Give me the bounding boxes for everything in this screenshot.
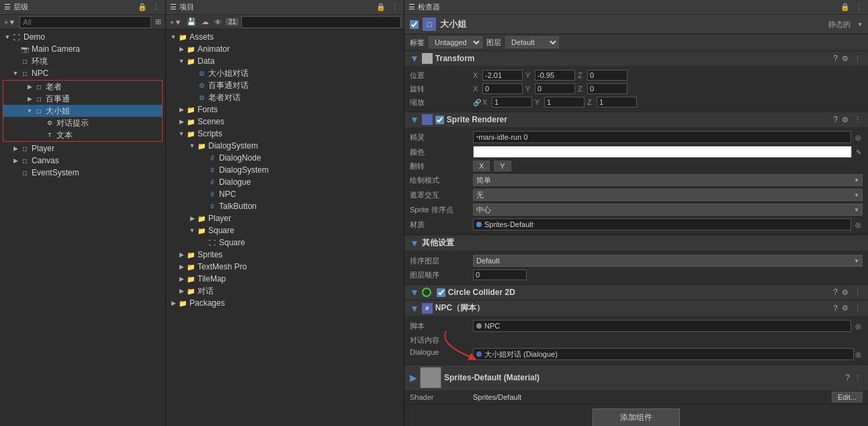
proj-item-fonts[interactable]: ▶ 📁 Fonts (166, 103, 404, 116)
tree-item-demo[interactable]: ▼ ⛶ Demo (0, 31, 165, 43)
proj-item-packages[interactable]: ▶ 📁 Packages (166, 297, 404, 309)
sprite-renderer-checkbox[interactable] (435, 116, 444, 124)
npc-header[interactable]: ▼ # NPC（脚本） ? ⚙ ⋮ (404, 300, 868, 316)
scale-x-input[interactable] (492, 97, 532, 108)
shader-edit-btn[interactable]: Edit... (832, 392, 863, 402)
proj-item-dxj-dialog[interactable]: ⚙ 大小姐对话 (166, 67, 404, 79)
tag-select[interactable]: Untagged (429, 36, 482, 48)
npc-help-icon[interactable]: ? (833, 304, 838, 313)
order-input[interactable] (473, 269, 527, 280)
proj-item-data[interactable]: ▼ 📁 Data (166, 55, 404, 67)
proj-item-textmeshpro[interactable]: ▶ 📁 TextMesh Pro (166, 261, 404, 273)
tree-item-hundred[interactable]: ▶ □ 百事通 (3, 93, 162, 105)
color-swatch[interactable] (473, 146, 852, 158)
npc-dialogue-field[interactable]: 大小姐对话 (Dialogue) (473, 348, 854, 360)
add-component-btn[interactable]: 添加组件 (593, 409, 680, 426)
circle-collider-header[interactable]: ▼ Circle Collider 2D ? ⚙ ⋮ (404, 285, 868, 300)
sort-layer-dropdown[interactable]: Default ▼ (473, 255, 863, 267)
npc-script-picker-btn[interactable]: ◎ (854, 323, 863, 330)
project-add-btn[interactable]: +▼ (169, 18, 183, 26)
other-settings-header[interactable]: ▼ 其他设置 (404, 235, 868, 251)
rot-y-input[interactable] (535, 83, 575, 94)
material-header[interactable]: ▶ Sprites-Default (Material) ? ⋮ (404, 365, 868, 390)
transform-settings-btn[interactable]: ⚙ (840, 54, 850, 63)
project-more-btn[interactable]: ⋮ (390, 3, 400, 11)
pos-z-input[interactable] (587, 70, 627, 81)
npc-script-field[interactable]: NPC (473, 320, 851, 332)
material-more-btn[interactable]: ⋮ (853, 374, 863, 382)
sprite-renderer-more-btn[interactable]: ⋮ (853, 116, 863, 124)
hierarchy-menu-icon[interactable]: ☰ (4, 3, 11, 11)
color-picker-btn[interactable]: ✎ (855, 148, 863, 156)
transform-header[interactable]: ▼ Transform ? ⚙ ⋮ (404, 51, 868, 66)
material-picker-btn[interactable]: ◎ (854, 221, 863, 228)
hierarchy-search-input[interactable] (19, 16, 151, 28)
proj-item-talkbutton[interactable]: # TalkButton (166, 200, 404, 212)
sprite-renderer-settings-btn[interactable]: ⚙ (840, 116, 850, 124)
scale-z-input[interactable] (597, 97, 637, 108)
project-eye-btn[interactable]: 👁 (213, 18, 223, 26)
tree-item-env[interactable]: □ 环境 (0, 55, 165, 67)
static-dropdown-arrow[interactable]: ▼ (857, 22, 863, 28)
circle-collider-settings-btn[interactable]: ⚙ (840, 288, 850, 297)
proj-item-scripts[interactable]: ▼ 📁 Scripts (166, 128, 404, 140)
sprite-renderer-help-icon[interactable]: ? (833, 115, 838, 124)
flip-y-btn[interactable]: Y (494, 161, 511, 171)
npc-more-btn[interactable]: ⋮ (853, 304, 863, 312)
pos-x-input[interactable] (482, 70, 523, 81)
project-save-btn[interactable]: 💾 (185, 17, 198, 26)
proj-item-square-folder[interactable]: ▼ 📁 Square (166, 224, 404, 237)
project-menu-icon[interactable]: ☰ (170, 3, 177, 11)
proj-item-dialogue[interactable]: # Dialogue (166, 176, 404, 188)
tree-item-canvas[interactable]: ▶ □ Canvas (0, 155, 165, 167)
tree-item-daxiaojie[interactable]: ▼ □ 大小姐 (3, 105, 162, 117)
inspector-more-btn[interactable]: ⋮ (854, 3, 864, 11)
hierarchy-filter-btn[interactable]: ⊞ (154, 17, 163, 26)
proj-item-animator[interactable]: ▶ 📁 Animator (166, 43, 404, 55)
material-ref-field[interactable]: Sprites-Default (473, 218, 851, 230)
layer-select[interactable]: Default (505, 36, 559, 48)
npc-dialogue-picker-btn[interactable]: ◎ (854, 351, 863, 358)
material-help-icon[interactable]: ? (845, 373, 850, 382)
proj-item-dialogsystem-folder[interactable]: ▼ 📁 DialogSystem (166, 140, 404, 152)
inspector-menu-icon[interactable]: ☰ (408, 3, 415, 11)
object-active-checkbox[interactable] (410, 20, 419, 29)
mask-dropdown[interactable]: 无 ▼ (473, 189, 863, 201)
tree-item-elder[interactable]: ▶ □ 老者 (3, 81, 162, 93)
proj-item-player-folder[interactable]: ▶ 📁 Player (166, 212, 404, 224)
transform-more-btn[interactable]: ⋮ (853, 54, 863, 63)
proj-item-dialognode[interactable]: # DialogNode (166, 152, 404, 164)
transform-help-icon[interactable]: ? (833, 54, 838, 63)
circle-collider-more-btn[interactable]: ⋮ (853, 288, 863, 297)
tree-item-player[interactable]: ▶ □ Player (0, 142, 165, 155)
rot-z-input[interactable] (587, 83, 627, 94)
project-search-input[interactable] (241, 16, 401, 28)
sprite-field[interactable]: • mani-idle-run 0 (473, 131, 851, 143)
proj-item-scenes[interactable]: ▶ 📁 Scenes (166, 116, 404, 128)
circle-collider-checkbox[interactable] (437, 288, 445, 297)
proj-item-npc-script[interactable]: # NPC (166, 188, 404, 200)
tree-item-main-camera[interactable]: 📷 Main Camera (0, 43, 165, 55)
tree-item-dialog-hint[interactable]: ⚙ 对话提示 (3, 117, 162, 129)
pos-y-input[interactable] (535, 70, 575, 81)
flip-x-btn[interactable]: X (473, 161, 490, 171)
npc-settings-btn[interactable]: ⚙ (840, 304, 850, 312)
hierarchy-lock-btn[interactable]: 🔒 (136, 3, 148, 11)
proj-item-sprites[interactable]: ▶ 📁 Sprites (166, 249, 404, 261)
sprite-renderer-header[interactable]: ▼ Sprite Renderer ? ⚙ ⋮ (404, 112, 868, 127)
scale-y-input[interactable] (544, 97, 584, 108)
sprite-sort-dropdown[interactable]: 中心 ▼ (473, 204, 863, 216)
hierarchy-more-btn[interactable]: ⋮ (151, 3, 161, 11)
proj-item-tilemap[interactable]: ▶ 📁 TileMap (166, 273, 404, 285)
proj-item-dialogsystem[interactable]: # DialogSystem (166, 164, 404, 176)
project-lock-btn[interactable]: 🔒 (375, 3, 387, 11)
inspector-lock-btn[interactable]: 🔒 (839, 3, 851, 11)
hierarchy-add-btn[interactable]: +▼ (3, 18, 17, 26)
draw-mode-dropdown[interactable]: 简单 ▼ (473, 174, 863, 186)
tree-item-text[interactable]: T 文本 (3, 129, 162, 141)
circle-collider-help-icon[interactable]: ? (833, 288, 838, 297)
proj-item-assets[interactable]: ▼ 📁 Assets (166, 31, 404, 43)
tree-item-eventsystem[interactable]: □ EventSystem (0, 167, 165, 179)
sprite-picker-btn[interactable]: ◎ (854, 134, 863, 141)
tree-item-npc[interactable]: ▼ □ NPC (0, 67, 165, 79)
